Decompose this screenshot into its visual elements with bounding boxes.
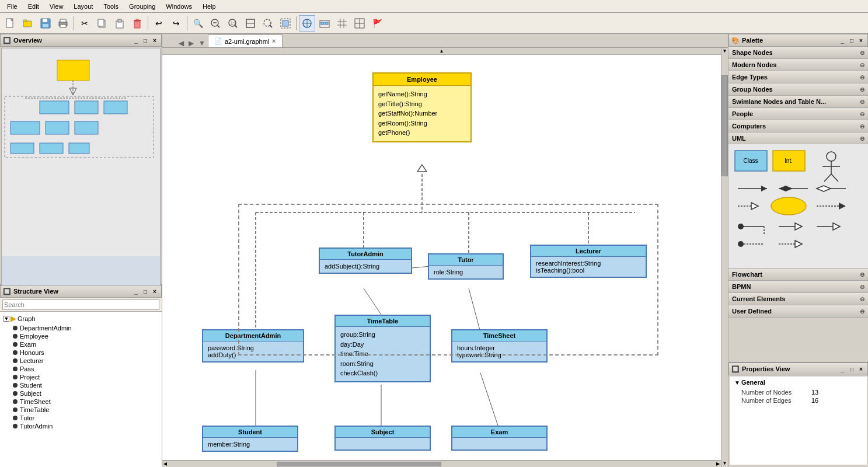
node-timesheet[interactable]: TimeSheet hours:Integer typework:String xyxy=(451,329,548,363)
flag-button[interactable]: 🚩 xyxy=(369,15,385,32)
zoom-in-button[interactable]: 🔍 xyxy=(190,15,206,32)
snap-button[interactable] xyxy=(299,15,315,32)
tree-item-employee[interactable]: Employee xyxy=(1,332,161,340)
tree-item-project[interactable]: Project xyxy=(1,373,161,381)
select-all-button[interactable] xyxy=(277,15,294,32)
grid-button[interactable] xyxy=(334,15,350,32)
open-button[interactable] xyxy=(20,15,36,32)
palette-section-swimlane-header[interactable]: Swimlane Nodes and Table N... ⊖ xyxy=(728,96,868,107)
overview-close[interactable]: × xyxy=(151,36,159,44)
new-button[interactable] xyxy=(2,15,19,32)
zoom-actual-button[interactable]: 1:1 xyxy=(225,15,241,32)
scrollbar-thumb-v[interactable] xyxy=(721,75,728,177)
palette-section-group-header[interactable]: Group Nodes ⊖ xyxy=(728,83,868,95)
cut-button[interactable]: ✂ xyxy=(76,15,93,32)
scroll-up[interactable]: ▲ xyxy=(162,48,721,55)
tab-nav-prev[interactable]: ◀ xyxy=(176,39,186,47)
palette-close[interactable]: × xyxy=(857,36,865,44)
menu-view[interactable]: View xyxy=(45,2,68,11)
tree-item-honours[interactable]: Honours xyxy=(1,348,161,357)
zoom-select-button[interactable] xyxy=(260,15,276,32)
svg-rect-50 xyxy=(46,121,69,134)
palette-section-people-header[interactable]: People ⊖ xyxy=(728,108,868,120)
tree-item-timesheet[interactable]: TimeSheet xyxy=(1,398,161,406)
properties-expand-icon[interactable]: ▼ xyxy=(734,379,740,386)
node-tutor[interactable]: Tutor role:String xyxy=(428,253,504,280)
palette-section-current-header[interactable]: Current Elements ⊖ xyxy=(728,293,868,305)
tree-item-student[interactable]: Student xyxy=(1,381,161,389)
tree-item-pass[interactable]: Pass xyxy=(1,365,161,373)
palette-section-computers-header[interactable]: Computers ⊖ xyxy=(728,120,868,132)
tab-close-button[interactable]: ✕ xyxy=(271,38,276,44)
canvas[interactable]: Employee getName():String getTitle():Str… xyxy=(162,55,721,460)
structure-minimize[interactable]: _ xyxy=(132,287,140,295)
palette-section-current-label: Current Elements xyxy=(732,295,786,302)
palette-section-shape-header[interactable]: Shape Nodes ⊖ xyxy=(728,47,868,58)
tree-item-lecturer[interactable]: Lecturer xyxy=(1,357,161,365)
table-button[interactable] xyxy=(351,15,368,32)
svg-rect-9 xyxy=(60,25,66,27)
tree-item-exam[interactable]: Exam xyxy=(1,340,161,348)
svg-line-19 xyxy=(217,25,219,27)
node-employee[interactable]: Employee getName():String getTitle():Str… xyxy=(372,72,472,142)
menu-edit[interactable]: Edit xyxy=(23,2,44,11)
tree-item-tutoradmin[interactable]: TutorAdmin xyxy=(1,422,161,430)
zoom-fit-button[interactable] xyxy=(242,15,259,32)
tree-item-departmentadmin[interactable]: DepartmentAdmin xyxy=(1,324,161,332)
overview-minimize[interactable]: _ xyxy=(132,36,140,44)
palette-section-bpmn-header[interactable]: BPMN ⊖ xyxy=(728,281,868,292)
menu-help[interactable]: Help xyxy=(198,2,221,11)
node-lecturer[interactable]: Lecturer researchInterest:String isTeach… xyxy=(530,245,647,278)
palette-minimize[interactable]: _ xyxy=(838,36,846,44)
properties-icon: 🔲 xyxy=(731,365,740,373)
menu-windows[interactable]: Windows xyxy=(161,2,197,11)
copy-button[interactable] xyxy=(94,15,110,32)
svg-marker-99 xyxy=(795,241,802,248)
node-student[interactable]: Student member:String xyxy=(202,426,298,452)
delete-button[interactable] xyxy=(129,15,145,32)
node-subject[interactable]: Subject xyxy=(334,426,431,451)
properties-minimize[interactable]: _ xyxy=(838,365,846,373)
print-button[interactable] xyxy=(55,15,71,32)
tab-nav-menu[interactable]: ▼ xyxy=(196,39,208,47)
palette-section-user-header[interactable]: User Defined ⊖ xyxy=(728,305,868,317)
structure-maximize[interactable]: □ xyxy=(141,287,149,295)
save-button[interactable] xyxy=(37,15,54,32)
tree-item-tutor[interactable]: Tutor xyxy=(1,414,161,422)
tree-root-graph[interactable]: ▼ ▶ Graph xyxy=(1,313,161,324)
node-exam[interactable]: Exam xyxy=(451,426,548,451)
tree-item-subject[interactable]: Subject xyxy=(1,389,161,398)
palette-section-modern-header[interactable]: Modern Nodes ⊖ xyxy=(728,59,868,71)
scrollbar-thumb-h[interactable] xyxy=(277,462,441,466)
scroll-right-arrow[interactable]: ▶ xyxy=(716,461,720,466)
tab-nav-next[interactable]: ▶ xyxy=(186,39,196,47)
redo-button[interactable]: ↪ xyxy=(168,15,184,32)
properties-maximize[interactable]: □ xyxy=(848,365,856,373)
scrollbar-horizontal[interactable]: ◀ ▶ xyxy=(162,460,721,467)
scroll-bottom-arrow[interactable]: ▼ xyxy=(721,460,728,467)
palette-section-uml-header[interactable]: UML ⊖ xyxy=(728,133,868,144)
palette-maximize[interactable]: □ xyxy=(848,36,856,44)
node-tutoradmin[interactable]: TutorAdmin addSubject():String xyxy=(319,248,412,274)
undo-button[interactable]: ↩ xyxy=(151,15,167,32)
paste-button[interactable] xyxy=(111,15,128,32)
search-input[interactable] xyxy=(2,299,159,310)
group-button[interactable] xyxy=(316,15,333,32)
scroll-down-arrow[interactable]: ▼ xyxy=(721,48,728,55)
node-departmentadmin[interactable]: DepartmentAdmin password:String addDuty(… xyxy=(202,329,304,363)
zoom-out-button[interactable] xyxy=(207,15,224,32)
palette-uml-content: Class Int. xyxy=(728,144,868,268)
overview-maximize[interactable]: □ xyxy=(141,36,149,44)
menu-file[interactable]: File xyxy=(2,2,22,11)
palette-section-flowchart-header[interactable]: Flowchart ⊖ xyxy=(728,269,868,280)
properties-close[interactable]: × xyxy=(857,365,865,373)
tab-graphml[interactable]: 📄 a2-uml.graphml ✕ xyxy=(208,34,283,47)
tree-expand-graph[interactable]: ▼ xyxy=(4,316,9,322)
menu-layout[interactable]: Layout xyxy=(69,2,97,11)
menu-grouping[interactable]: Grouping xyxy=(124,2,160,11)
structure-close[interactable]: × xyxy=(151,287,159,295)
menu-tools[interactable]: Tools xyxy=(99,2,123,11)
node-timetable[interactable]: TimeTable group:String day:Day time:Time… xyxy=(334,315,431,382)
tree-item-timetable[interactable]: TimeTable xyxy=(1,406,161,414)
palette-section-edge-header[interactable]: Edge Types ⊖ xyxy=(728,71,868,83)
